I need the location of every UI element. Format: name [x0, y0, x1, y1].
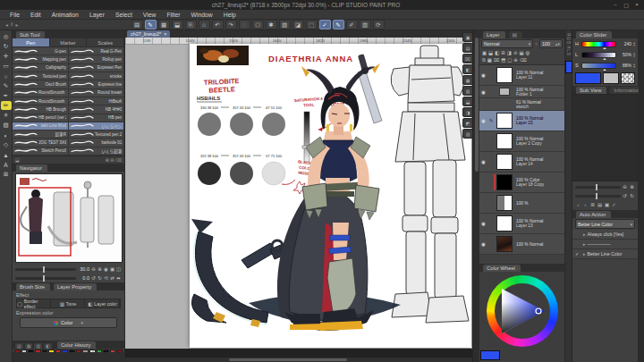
brush-item[interactable]: NB 4H#3 — [69, 105, 124, 114]
brush-item[interactable]: HiBsoft — [69, 97, 124, 105]
quick-command-icon[interactable]: ▦ — [462, 75, 472, 85]
brush-item[interactable]: Calligraphy — [13, 64, 69, 72]
tool-icon[interactable]: ▭ — [1, 62, 12, 71]
auto-action-item[interactable]: ✓ ▸ ————— — [572, 240, 638, 249]
tool-icon[interactable]: ⊞ — [1, 170, 12, 179]
sub-view-rotate-slider[interactable] — [575, 195, 621, 198]
slider-track[interactable] — [581, 41, 616, 47]
transparent-color-swatch[interactable] — [621, 72, 635, 84]
quick-command-icon[interactable]: ◨ — [462, 107, 472, 117]
brush-item[interactable]: いくらペン — [69, 122, 124, 130]
slider-stepper[interactable]: ▴▾ — [633, 41, 635, 46]
toolbar-icon[interactable]: ▦ — [158, 20, 170, 29]
rotate-slider[interactable] — [15, 277, 76, 280]
quick-command-icon[interactable]: ◧ — [462, 64, 472, 74]
opacity-slider-icon[interactable]: ≈ — [535, 41, 538, 46]
subtool-category-tab[interactable]: Marker — [50, 38, 88, 46]
brush-item[interactable]: HB pencil (ver 2) — [13, 114, 69, 122]
layer-toolbar-icon[interactable]: ▣ — [482, 50, 487, 55]
main-color-swatch[interactable] — [575, 72, 601, 84]
layer-toolbar-icon[interactable]: ▤ — [519, 50, 523, 55]
layer-visibility-eye-icon[interactable]: ◉ — [479, 159, 487, 164]
toolbar-icon[interactable]: ▧ — [279, 20, 291, 29]
menu-item[interactable]: File — [5, 12, 24, 18]
toolbar-icon[interactable]: ✱ — [266, 20, 277, 29]
toolbar-icon[interactable]: ✓ — [319, 20, 331, 29]
brush-item[interactable]: Real G-Pen — [69, 47, 124, 55]
tool-icon[interactable]: ◐ — [1, 130, 12, 139]
rotate-icon[interactable]: ↻ — [97, 275, 103, 281]
toolbar-icon[interactable]: ✎ — [333, 20, 344, 29]
menu-item[interactable]: Edit — [26, 12, 46, 18]
layer-toolbar-icon[interactable]: ⬓ — [488, 50, 493, 55]
toolbar-icon[interactable]: ✐ — [346, 20, 358, 29]
brush-item[interactable]: Oscil Brush — [13, 80, 69, 88]
sub-view-icon[interactable]: ‹ — [575, 202, 581, 207]
slider-value[interactable]: 240 — [618, 41, 631, 46]
document-tab[interactable]: ch27_lineup2* × — [127, 30, 170, 38]
brush-item[interactable]: RoundSmooth 3 — [13, 97, 69, 105]
toolbar-icon[interactable]: ⬚ — [306, 20, 318, 29]
brush-item[interactable]: Expreset line — [69, 80, 124, 88]
menu-item[interactable]: View — [139, 12, 161, 18]
brush-item[interactable]: Sketch Pencil — [13, 147, 69, 156]
brush-item[interactable]: JOG TEST SKETCH — [13, 139, 69, 147]
slider-value[interactable]: 88% — [618, 63, 631, 68]
brush-item[interactable]: HB pen — [69, 114, 124, 122]
zoom-icon[interactable]: ⊕ — [97, 266, 103, 272]
color-wheel[interactable] — [479, 272, 564, 361]
quick-command-icon[interactable]: ▣ — [462, 32, 472, 42]
layer-visibility-eye-icon[interactable]: ◉ — [479, 72, 487, 78]
quick-command-icon[interactable]: ▥ — [462, 86, 472, 96]
toolbar-icon[interactable]: ↶ — [212, 20, 224, 29]
history-icon[interactable]: ◧ — [44, 343, 52, 349]
window-control-button[interactable]: × — [633, 2, 640, 8]
quick-command-icon[interactable]: ⬓ — [462, 97, 472, 106]
tool-icon[interactable]: ✛ — [1, 52, 12, 61]
layer-toolbar-icon[interactable]: ▦ — [487, 57, 492, 63]
layer-visibility-eye-icon[interactable]: ◉ — [479, 221, 487, 226]
sub-view-icon[interactable]: › — [582, 202, 589, 207]
panel-tab[interactable]: Brush Size — [16, 283, 50, 290]
effect-button[interactable]: ▨Tone — [52, 299, 86, 307]
menu-item[interactable]: Filter — [162, 12, 184, 18]
auto-action-tab[interactable]: Auto Action — [576, 211, 611, 218]
effect-button[interactable]: ◧Layer color — [86, 299, 120, 307]
toolbar-icon[interactable]: ⌂ — [199, 20, 210, 29]
sub-view-canvas[interactable] — [572, 94, 638, 181]
layers-secondary-tab-icon[interactable]: ▤ — [509, 31, 522, 38]
sub-color-swatch[interactable] — [603, 72, 619, 84]
sv-triangle[interactable] — [495, 283, 550, 339]
layer-toolbar-icon[interactable]: ⬒ — [501, 57, 505, 63]
expand-arrow-icon[interactable]: ▸ — [583, 232, 586, 237]
toolbar-icon[interactable]: ▥ — [360, 20, 371, 29]
tool-icon[interactable]: A — [1, 160, 12, 169]
zoom-icon[interactable]: ◉ — [103, 266, 109, 272]
document-tab-close-icon[interactable]: × — [164, 31, 166, 37]
tool-icon[interactable]: ◇ — [1, 140, 12, 149]
plus-icon[interactable]: ⊕ — [629, 184, 635, 189]
layer-toolbar-icon[interactable]: ⧉ — [482, 57, 486, 63]
zoom-icon[interactable]: ⊖ — [90, 266, 97, 272]
toolbar-icon[interactable]: ⬓ — [172, 20, 183, 29]
menu-item[interactable]: Select — [111, 12, 137, 18]
tool-icon[interactable]: ▨ — [1, 121, 12, 130]
window-control-button[interactable]: ▢ — [623, 2, 630, 8]
brush-item[interactable]: いくら鉛筆 — [69, 147, 124, 156]
subtool-tab[interactable]: Sub Tool — [16, 31, 45, 38]
layer-toolbar-icon[interactable]: ▢ — [507, 57, 512, 63]
history-icon[interactable]: ▤ — [15, 343, 23, 349]
slider-stepper[interactable]: ▴▾ — [633, 63, 635, 68]
quick-command-icon[interactable]: ▧ — [462, 129, 472, 139]
auto-action-item[interactable]: ✓ ▸ Better Line Color — [572, 249, 638, 259]
sub-view-zoom-slider[interactable] — [575, 186, 621, 189]
side-tab-hls[interactable]: HLS — [566, 46, 571, 56]
tool-icon[interactable]: ✳ — [1, 111, 12, 120]
layer-row[interactable]: ◉ ✎ 100 % — [479, 193, 564, 214]
brush-item[interactable]: HB Brough — [13, 105, 69, 114]
effect-button[interactable]: ◯Border effect — [17, 299, 51, 307]
rotate-icon[interactable]: ⇄ — [109, 275, 115, 281]
layer-toolbar-icon[interactable]: ⌧ — [494, 57, 499, 63]
layer-toolbar-icon[interactable]: ◧ — [495, 50, 499, 55]
tool-icon[interactable]: ○ — [1, 72, 12, 80]
